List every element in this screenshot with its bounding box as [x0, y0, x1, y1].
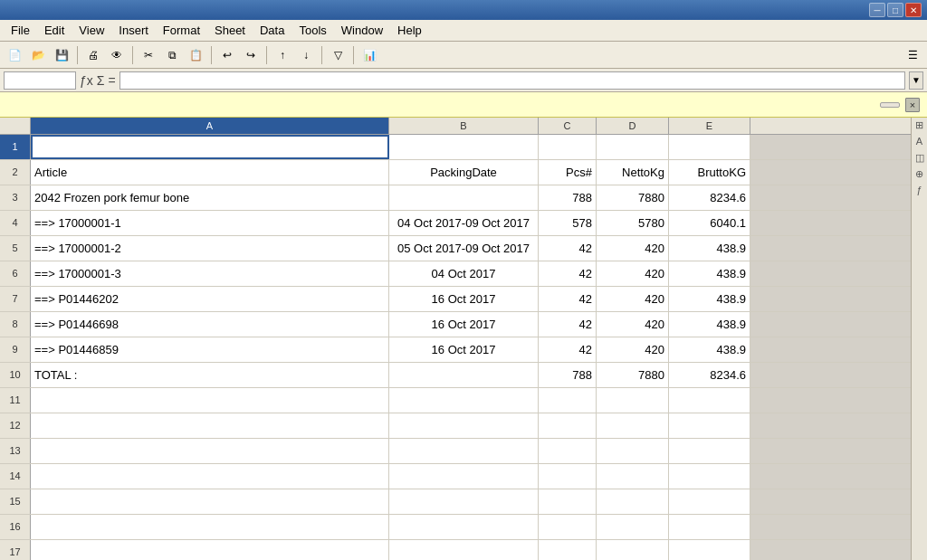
grid-cell[interactable]: 7880	[597, 363, 669, 387]
chart-button[interactable]: 📊	[358, 44, 380, 66]
grid-cell[interactable]	[389, 489, 539, 514]
col-header-b[interactable]: B	[389, 118, 539, 134]
grid-cell[interactable]: 578	[539, 211, 597, 235]
save-button[interactable]: 💾	[51, 44, 72, 66]
grid-cell[interactable]: TOTAL :	[31, 363, 389, 387]
row-number[interactable]: 11	[0, 388, 31, 413]
grid-cell[interactable]	[539, 489, 597, 514]
row-number[interactable]: 14	[0, 464, 31, 489]
grid-cell[interactable]: 8234.6	[669, 363, 750, 387]
grid-cell[interactable]: 788	[539, 363, 597, 387]
menu-insert[interactable]: Insert	[111, 22, 156, 39]
close-info-button[interactable]: ×	[905, 98, 920, 112]
row-number[interactable]: 12	[0, 413, 31, 438]
grid-cell[interactable]	[539, 515, 597, 539]
grid-cell[interactable]	[389, 413, 539, 438]
grid-cell[interactable]: 438.9	[669, 236, 750, 261]
grid-cell[interactable]	[389, 515, 539, 539]
row-number[interactable]: 1	[0, 135, 31, 159]
row-number[interactable]: 17	[0, 540, 31, 560]
grid-cell[interactable]	[389, 185, 539, 210]
grid-cell[interactable]	[31, 439, 389, 463]
filter-button[interactable]: ▽	[327, 44, 349, 66]
menu-window[interactable]: Window	[334, 22, 390, 39]
col-header-a[interactable]: A	[31, 118, 389, 134]
grid-cell[interactable]	[597, 464, 669, 489]
grid-cell[interactable]	[669, 515, 750, 539]
grid-cell[interactable]	[597, 135, 669, 159]
grid-cell[interactable]	[597, 540, 669, 560]
row-number[interactable]: 3	[0, 185, 31, 210]
grid-cell[interactable]: 420	[597, 287, 669, 311]
row-number[interactable]: 9	[0, 337, 31, 362]
col-header-d[interactable]: D	[597, 118, 669, 134]
grid-cell[interactable]: 438.9	[669, 261, 750, 286]
grid-cell[interactable]	[539, 413, 597, 438]
grid-cell[interactable]: 04 Oct 2017-09 Oct 2017	[389, 211, 539, 235]
grid-cell[interactable]	[389, 439, 539, 463]
menu-format[interactable]: Format	[156, 22, 207, 39]
grid-cell[interactable]: Pcs#	[539, 160, 597, 185]
grid-cell[interactable]	[389, 363, 539, 387]
menu-sheet[interactable]: Sheet	[207, 22, 253, 39]
grid-cell[interactable]	[669, 413, 750, 438]
sort-asc-button[interactable]: ↑	[272, 44, 293, 66]
grid-cell[interactable]	[669, 388, 750, 413]
grid-cell[interactable]: 04 Oct 2017	[389, 261, 539, 286]
grid-cell[interactable]: 42	[539, 312, 597, 337]
grid-cell[interactable]: 7880	[597, 185, 669, 210]
grid-cell[interactable]: 16 Oct 2017	[389, 287, 539, 311]
row-number[interactable]: 13	[0, 439, 31, 463]
grid-cell[interactable]	[389, 135, 539, 159]
grid-cell[interactable]: 5780	[597, 211, 669, 235]
menu-tools[interactable]: Tools	[291, 22, 333, 39]
grid-cell[interactable]: 438.9	[669, 337, 750, 362]
menu-file[interactable]: File	[4, 22, 37, 39]
sidebar-styles-icon[interactable]: A	[913, 136, 926, 148]
sidebar-gallery-icon[interactable]: ◫	[913, 152, 926, 165]
grid-cell[interactable]	[389, 388, 539, 413]
grid-cell[interactable]	[669, 464, 750, 489]
grid-cell[interactable]: Article	[31, 160, 389, 185]
grid-cell[interactable]: 16 Oct 2017	[389, 312, 539, 337]
grid-cell[interactable]	[389, 464, 539, 489]
grid-cell[interactable]	[669, 439, 750, 463]
grid-cell[interactable]	[669, 135, 750, 159]
print-button[interactable]: 🖨	[82, 44, 104, 66]
minimize-button[interactable]: ─	[869, 3, 885, 17]
sidebar-navigator-icon[interactable]: ⊕	[913, 168, 926, 181]
grid-cell[interactable]: ==> P01446859	[31, 337, 389, 362]
grid-cell[interactable]	[31, 464, 389, 489]
row-number[interactable]: 4	[0, 211, 31, 235]
sort-desc-button[interactable]: ↓	[295, 44, 317, 66]
menu-data[interactable]: Data	[253, 22, 291, 39]
new-button[interactable]: 📄	[4, 44, 25, 66]
function-icon[interactable]: ƒx	[80, 73, 93, 88]
grid-cell[interactable]	[539, 135, 597, 159]
row-number[interactable]: 8	[0, 312, 31, 337]
grid-cell[interactable]	[31, 515, 389, 539]
row-number[interactable]: 6	[0, 261, 31, 286]
grid-cell[interactable]: NettoKg	[597, 160, 669, 185]
grid-cell[interactable]: 42	[539, 261, 597, 286]
grid-cell[interactable]	[389, 540, 539, 560]
menu-edit[interactable]: Edit	[37, 22, 72, 39]
grid-cell[interactable]	[31, 388, 389, 413]
undo-button[interactable]: ↩	[216, 44, 238, 66]
edit-document-button[interactable]	[880, 102, 900, 108]
copy-button[interactable]: ⧉	[161, 44, 183, 66]
grid-cell[interactable]: PackingDate	[389, 160, 539, 185]
sidebar-properties-icon[interactable]: ⊞	[913, 119, 926, 132]
grid-cell[interactable]	[597, 489, 669, 514]
grid-cell[interactable]: ==> 17000001-2	[31, 236, 389, 261]
grid-cell[interactable]	[31, 489, 389, 514]
grid-cell[interactable]	[31, 413, 389, 438]
row-number[interactable]: 5	[0, 236, 31, 261]
grid-cell[interactable]: 42	[539, 337, 597, 362]
formula-expand-button[interactable]: ▼	[909, 71, 923, 90]
equals-icon[interactable]: =	[108, 73, 115, 88]
grid-cell[interactable]: 05 Oct 2017-09 Oct 2017	[389, 236, 539, 261]
grid-cell[interactable]	[539, 439, 597, 463]
grid-cell[interactable]	[539, 388, 597, 413]
grid-cell[interactable]: 42	[539, 287, 597, 311]
